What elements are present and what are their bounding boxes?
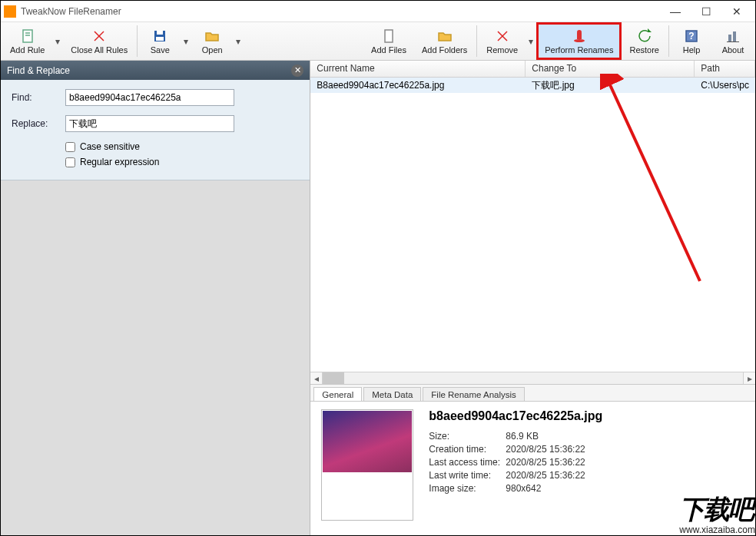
file-icon bbox=[381, 28, 396, 44]
save-label: Save bbox=[151, 45, 170, 55]
remove-button[interactable]: Remove bbox=[479, 22, 526, 60]
help-label: Help bbox=[683, 45, 701, 55]
col-change-to[interactable]: Change To bbox=[526, 61, 695, 77]
col-current-name[interactable]: Current Name bbox=[310, 61, 526, 77]
about-button[interactable]: About bbox=[712, 22, 754, 60]
svg-rect-16 bbox=[728, 35, 731, 41]
file-list-panel: Current Name Change To Path B8aeed9904ac… bbox=[310, 61, 755, 535]
cell-path: C:\Users\pc bbox=[695, 80, 755, 91]
svg-rect-7 bbox=[156, 37, 164, 41]
remove-dropdown[interactable]: ▾ bbox=[526, 22, 536, 60]
atime-label: Last access time: bbox=[429, 457, 506, 468]
case-sensitive-checkbox[interactable] bbox=[65, 142, 75, 152]
atime-value: 2020/8/25 15:36:22 bbox=[506, 457, 585, 468]
perform-renames-label: Perform Renames bbox=[545, 45, 613, 55]
window-title: TweakNow FileRenamer bbox=[21, 6, 660, 17]
thumbnail-image bbox=[323, 411, 412, 472]
app-icon bbox=[4, 5, 16, 18]
ctime-value: 2020/8/25 15:36:22 bbox=[506, 444, 585, 455]
cell-change-to: 下载吧.jpg bbox=[526, 79, 695, 92]
minimize-button[interactable]: — bbox=[660, 2, 691, 22]
add-rule-icon bbox=[20, 28, 35, 44]
help-button[interactable]: ? Help bbox=[671, 22, 712, 60]
remove-label: Remove bbox=[486, 45, 518, 55]
help-icon: ? bbox=[684, 28, 699, 44]
thumbnail bbox=[321, 409, 413, 521]
svg-rect-17 bbox=[733, 31, 736, 41]
remove-icon bbox=[495, 28, 510, 44]
tab-general[interactable]: General bbox=[313, 387, 362, 401]
case-sensitive-label: Case sensitive bbox=[80, 141, 140, 152]
list-header: Current Name Change To Path bbox=[310, 61, 755, 78]
restore-icon bbox=[637, 28, 652, 44]
restore-button[interactable]: Restore bbox=[622, 22, 667, 60]
open-icon bbox=[204, 28, 220, 44]
open-label: Open bbox=[202, 45, 223, 55]
restore-label: Restore bbox=[629, 45, 659, 55]
wtime-label: Last write time: bbox=[429, 470, 506, 481]
about-icon bbox=[725, 28, 741, 44]
regex-checkbox[interactable] bbox=[65, 157, 75, 167]
add-rule-label: Add Rule bbox=[10, 45, 45, 55]
svg-text:?: ? bbox=[688, 31, 694, 41]
add-folders-label: Add Folders bbox=[422, 45, 467, 55]
open-button[interactable]: Open bbox=[191, 22, 233, 60]
col-path[interactable]: Path bbox=[695, 61, 755, 77]
scroll-thumb[interactable] bbox=[323, 372, 344, 384]
size-label: Size: bbox=[429, 431, 506, 442]
save-icon bbox=[152, 28, 167, 44]
close-button[interactable]: ✕ bbox=[721, 2, 752, 22]
toolbar-separator bbox=[668, 25, 669, 57]
svg-rect-6 bbox=[157, 31, 163, 35]
detail-info: b8aeed9904ac17ec46225a.jpg Size:86.9 KB … bbox=[429, 409, 602, 528]
add-rule-dropdown[interactable]: ▾ bbox=[52, 22, 63, 60]
folder-icon bbox=[437, 28, 453, 44]
add-rule-button[interactable]: Add Rule bbox=[2, 22, 52, 60]
open-dropdown[interactable]: ▾ bbox=[233, 22, 244, 60]
toolbar-separator bbox=[137, 25, 138, 57]
save-dropdown[interactable]: ▾ bbox=[181, 22, 191, 60]
panel-header: Find & Replace ✕ bbox=[1, 61, 310, 80]
replace-input[interactable] bbox=[65, 115, 234, 132]
scroll-left-icon[interactable]: ◂ bbox=[310, 372, 323, 384]
maximize-button[interactable]: ☐ bbox=[691, 2, 721, 22]
svg-rect-18 bbox=[727, 41, 739, 42]
svg-point-11 bbox=[574, 39, 585, 42]
tab-file-rename-analysis[interactable]: File Rename Analysis bbox=[423, 387, 525, 401]
find-replace-form: Find: Replace: Case sensitive Regular ex… bbox=[1, 80, 310, 180]
find-label: Find: bbox=[12, 92, 65, 103]
isize-value: 980x642 bbox=[506, 483, 541, 494]
close-all-rules-label: Close All Rules bbox=[71, 45, 128, 55]
size-value: 86.9 KB bbox=[506, 431, 539, 442]
x-icon bbox=[91, 28, 107, 44]
regex-label: Regular expression bbox=[80, 157, 159, 167]
ctime-label: Creation time: bbox=[429, 444, 506, 455]
wtime-value: 2020/8/25 15:36:22 bbox=[506, 470, 585, 481]
detail-tabs: General Meta Data File Rename Analysis bbox=[310, 384, 755, 401]
close-all-rules-button[interactable]: Close All Rules bbox=[63, 22, 135, 60]
add-folders-button[interactable]: Add Folders bbox=[414, 22, 475, 60]
toolbar-separator bbox=[476, 25, 477, 57]
detail-panel: b8aeed9904ac17ec46225a.jpg Size:86.9 KB … bbox=[310, 401, 755, 535]
list-row[interactable]: B8aeed9904ac17ec46225a.jpg 下载吧.jpg C:\Us… bbox=[310, 78, 755, 93]
main-area: Find & Replace ✕ Find: Replace: Case sen… bbox=[1, 61, 755, 535]
add-files-button[interactable]: Add Files bbox=[363, 22, 414, 60]
svg-point-13 bbox=[577, 30, 582, 35]
cell-current-name: B8aeed9904ac17ec46225a.jpg bbox=[310, 80, 526, 91]
stamp-icon bbox=[572, 28, 587, 44]
isize-label: Image size: bbox=[429, 483, 506, 494]
panel-title: Find & Replace bbox=[7, 65, 70, 76]
toolbar: Add Rule ▾ Close All Rules Save ▾ Open ▾… bbox=[1, 22, 755, 61]
panel-close-button[interactable]: ✕ bbox=[291, 65, 303, 77]
replace-label: Replace: bbox=[12, 118, 65, 129]
tab-meta-data[interactable]: Meta Data bbox=[363, 387, 421, 401]
list-body[interactable]: B8aeed9904ac17ec46225a.jpg 下载吧.jpg C:\Us… bbox=[310, 78, 755, 372]
about-label: About bbox=[722, 45, 744, 55]
save-button[interactable]: Save bbox=[139, 22, 181, 60]
perform-renames-button[interactable]: Perform Renames bbox=[536, 22, 622, 60]
horizontal-scrollbar[interactable]: ◂ ▸ bbox=[310, 372, 755, 384]
titlebar: TweakNow FileRenamer — ☐ ✕ bbox=[1, 1, 755, 22]
find-input[interactable] bbox=[65, 89, 234, 106]
add-files-label: Add Files bbox=[371, 45, 406, 55]
scroll-right-icon[interactable]: ▸ bbox=[743, 372, 755, 384]
